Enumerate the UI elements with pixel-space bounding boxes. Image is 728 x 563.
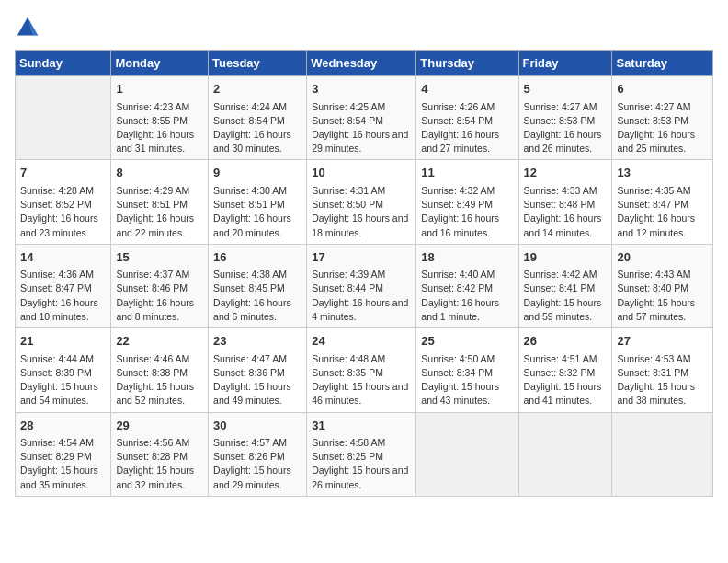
day-number: 4 xyxy=(421,80,513,98)
day-info: Sunrise: 4:25 AMSunset: 8:54 PMDaylight:… xyxy=(312,100,411,156)
calendar-cell xyxy=(416,412,518,496)
calendar-cell: 3Sunrise: 4:25 AMSunset: 8:54 PMDaylight… xyxy=(307,76,416,160)
day-info: Sunrise: 4:31 AMSunset: 8:50 PMDaylight:… xyxy=(312,184,411,240)
day-number: 9 xyxy=(213,164,301,182)
day-number: 2 xyxy=(213,80,301,98)
day-number: 27 xyxy=(617,332,708,350)
day-number: 5 xyxy=(524,80,608,98)
day-info: Sunrise: 4:28 AMSunset: 8:52 PMDaylight:… xyxy=(20,184,106,240)
day-number: 1 xyxy=(116,80,203,98)
week-row-1: 1Sunrise: 4:23 AMSunset: 8:55 PMDaylight… xyxy=(16,76,713,160)
day-number: 12 xyxy=(524,164,608,182)
day-number: 25 xyxy=(421,332,513,350)
day-info: Sunrise: 4:27 AMSunset: 8:53 PMDaylight:… xyxy=(617,100,708,156)
week-row-3: 14Sunrise: 4:36 AMSunset: 8:47 PMDayligh… xyxy=(16,244,713,327)
calendar-cell: 22Sunrise: 4:46 AMSunset: 8:38 PMDayligh… xyxy=(111,328,209,412)
calendar-cell: 31Sunrise: 4:58 AMSunset: 8:25 PMDayligh… xyxy=(307,412,416,496)
day-info: Sunrise: 4:38 AMSunset: 8:45 PMDaylight:… xyxy=(213,268,301,324)
day-info: Sunrise: 4:33 AMSunset: 8:48 PMDaylight:… xyxy=(524,184,608,240)
header-wednesday: Wednesday xyxy=(307,51,416,76)
week-row-4: 21Sunrise: 4:44 AMSunset: 8:39 PMDayligh… xyxy=(16,328,713,412)
day-number: 31 xyxy=(312,417,411,435)
day-info: Sunrise: 4:42 AMSunset: 8:41 PMDaylight:… xyxy=(524,268,608,324)
day-number: 20 xyxy=(617,248,708,267)
day-info: Sunrise: 4:50 AMSunset: 8:34 PMDaylight:… xyxy=(421,352,513,408)
calendar-cell: 28Sunrise: 4:54 AMSunset: 8:29 PMDayligh… xyxy=(16,412,111,496)
header-friday: Friday xyxy=(518,51,612,76)
calendar-table: SundayMondayTuesdayWednesdayThursdayFrid… xyxy=(15,50,713,497)
header-thursday: Thursday xyxy=(416,51,518,76)
calendar-cell: 18Sunrise: 4:40 AMSunset: 8:42 PMDayligh… xyxy=(416,244,518,327)
day-number: 13 xyxy=(617,164,708,182)
day-info: Sunrise: 4:46 AMSunset: 8:38 PMDaylight:… xyxy=(116,352,203,408)
calendar-cell: 26Sunrise: 4:51 AMSunset: 8:32 PMDayligh… xyxy=(518,328,612,412)
day-number: 11 xyxy=(421,164,513,182)
day-number: 10 xyxy=(312,164,411,182)
day-number: 19 xyxy=(524,248,608,267)
page-header xyxy=(15,15,713,40)
calendar-cell: 24Sunrise: 4:48 AMSunset: 8:35 PMDayligh… xyxy=(307,328,416,412)
day-info: Sunrise: 4:35 AMSunset: 8:47 PMDaylight:… xyxy=(617,184,708,240)
day-info: Sunrise: 4:43 AMSunset: 8:40 PMDaylight:… xyxy=(617,268,708,324)
day-number: 23 xyxy=(213,332,301,350)
calendar-cell: 10Sunrise: 4:31 AMSunset: 8:50 PMDayligh… xyxy=(307,160,416,244)
day-info: Sunrise: 4:51 AMSunset: 8:32 PMDaylight:… xyxy=(524,352,608,408)
day-number: 15 xyxy=(116,248,203,267)
calendar-cell: 27Sunrise: 4:53 AMSunset: 8:31 PMDayligh… xyxy=(612,328,713,412)
calendar-cell: 25Sunrise: 4:50 AMSunset: 8:34 PMDayligh… xyxy=(416,328,518,412)
day-number: 16 xyxy=(213,248,301,267)
calendar-cell: 29Sunrise: 4:56 AMSunset: 8:28 PMDayligh… xyxy=(111,412,209,496)
day-info: Sunrise: 4:53 AMSunset: 8:31 PMDaylight:… xyxy=(617,352,708,408)
calendar-cell: 8Sunrise: 4:29 AMSunset: 8:51 PMDaylight… xyxy=(111,160,209,244)
calendar-cell: 11Sunrise: 4:32 AMSunset: 8:49 PMDayligh… xyxy=(416,160,518,244)
calendar-cell: 20Sunrise: 4:43 AMSunset: 8:40 PMDayligh… xyxy=(612,244,713,327)
logo xyxy=(15,15,44,40)
day-number: 26 xyxy=(524,332,608,350)
day-number: 21 xyxy=(20,332,106,350)
calendar-cell: 9Sunrise: 4:30 AMSunset: 8:51 PMDaylight… xyxy=(209,160,307,244)
day-number: 22 xyxy=(116,332,203,350)
day-info: Sunrise: 4:27 AMSunset: 8:53 PMDaylight:… xyxy=(524,100,608,156)
day-info: Sunrise: 4:37 AMSunset: 8:46 PMDaylight:… xyxy=(116,268,203,324)
logo-icon xyxy=(15,15,40,40)
day-number: 17 xyxy=(312,248,411,267)
calendar-cell: 30Sunrise: 4:57 AMSunset: 8:26 PMDayligh… xyxy=(209,412,307,496)
day-info: Sunrise: 4:24 AMSunset: 8:54 PMDaylight:… xyxy=(213,100,301,156)
calendar-cell xyxy=(518,412,612,496)
day-number: 6 xyxy=(617,80,708,98)
day-number: 28 xyxy=(20,417,106,435)
calendar-cell: 6Sunrise: 4:27 AMSunset: 8:53 PMDaylight… xyxy=(612,76,713,160)
day-number: 24 xyxy=(312,332,411,350)
header-monday: Monday xyxy=(111,51,209,76)
header-sunday: Sunday xyxy=(16,51,111,76)
header-saturday: Saturday xyxy=(612,51,713,76)
calendar-header-row: SundayMondayTuesdayWednesdayThursdayFrid… xyxy=(16,51,713,76)
calendar-cell: 2Sunrise: 4:24 AMSunset: 8:54 PMDaylight… xyxy=(209,76,307,160)
day-number: 30 xyxy=(213,417,301,435)
day-number: 29 xyxy=(116,417,203,435)
day-number: 14 xyxy=(20,248,106,267)
day-info: Sunrise: 4:48 AMSunset: 8:35 PMDaylight:… xyxy=(312,352,411,408)
week-row-5: 28Sunrise: 4:54 AMSunset: 8:29 PMDayligh… xyxy=(16,412,713,496)
calendar-cell: 19Sunrise: 4:42 AMSunset: 8:41 PMDayligh… xyxy=(518,244,612,327)
day-info: Sunrise: 4:30 AMSunset: 8:51 PMDaylight:… xyxy=(213,184,301,240)
day-info: Sunrise: 4:58 AMSunset: 8:25 PMDaylight:… xyxy=(312,436,411,492)
calendar-cell: 17Sunrise: 4:39 AMSunset: 8:44 PMDayligh… xyxy=(307,244,416,327)
calendar-cell: 5Sunrise: 4:27 AMSunset: 8:53 PMDaylight… xyxy=(518,76,612,160)
day-number: 8 xyxy=(116,164,203,182)
day-info: Sunrise: 4:29 AMSunset: 8:51 PMDaylight:… xyxy=(116,184,203,240)
day-info: Sunrise: 4:26 AMSunset: 8:54 PMDaylight:… xyxy=(421,100,513,156)
day-info: Sunrise: 4:57 AMSunset: 8:26 PMDaylight:… xyxy=(213,436,301,492)
calendar-cell: 7Sunrise: 4:28 AMSunset: 8:52 PMDaylight… xyxy=(16,160,111,244)
day-info: Sunrise: 4:32 AMSunset: 8:49 PMDaylight:… xyxy=(421,184,513,240)
day-info: Sunrise: 4:36 AMSunset: 8:47 PMDaylight:… xyxy=(20,268,106,324)
calendar-cell: 1Sunrise: 4:23 AMSunset: 8:55 PMDaylight… xyxy=(111,76,209,160)
day-info: Sunrise: 4:23 AMSunset: 8:55 PMDaylight:… xyxy=(116,100,203,156)
day-number: 18 xyxy=(421,248,513,267)
calendar-cell: 21Sunrise: 4:44 AMSunset: 8:39 PMDayligh… xyxy=(16,328,111,412)
calendar-cell xyxy=(16,76,111,160)
calendar-cell: 13Sunrise: 4:35 AMSunset: 8:47 PMDayligh… xyxy=(612,160,713,244)
week-row-2: 7Sunrise: 4:28 AMSunset: 8:52 PMDaylight… xyxy=(16,160,713,244)
calendar-cell: 16Sunrise: 4:38 AMSunset: 8:45 PMDayligh… xyxy=(209,244,307,327)
header-tuesday: Tuesday xyxy=(209,51,307,76)
